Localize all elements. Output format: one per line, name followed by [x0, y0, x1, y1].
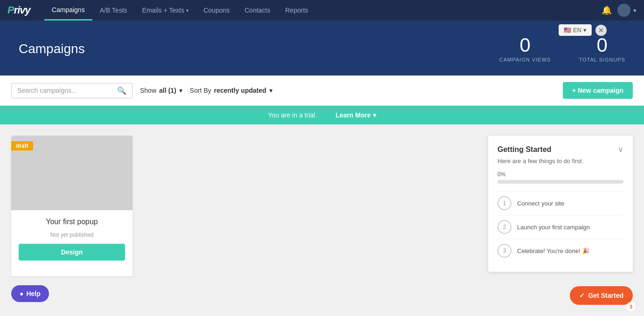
nav-coupons[interactable]: Coupons	[196, 0, 237, 21]
search-box[interactable]: 🔍	[11, 83, 133, 98]
panel-header: Getting Started ∨	[497, 145, 623, 154]
checklist-item-2: 2 Launch your first campaign	[497, 215, 623, 239]
learn-more-arrow: ▾	[373, 111, 376, 119]
campaign-info: Your first popup Not yet published Desig…	[11, 210, 133, 268]
progress-label: 0%	[497, 171, 623, 178]
bell-icon[interactable]: 🔔	[602, 5, 612, 15]
show-value: all (1)	[159, 87, 176, 94]
user-dropdown-arrow: ▾	[633, 7, 637, 14]
campaign-views-number: 0	[499, 35, 551, 55]
sort-filter[interactable]: Sort By recently updated ▾	[190, 87, 273, 94]
design-button[interactable]: Design	[19, 244, 125, 261]
avatar	[617, 4, 630, 17]
emails-dropdown-arrow: ▾	[186, 8, 189, 13]
nav-ab-tests[interactable]: A/B Tests	[92, 0, 135, 21]
show-label: Show	[140, 87, 156, 94]
close-lang-button[interactable]: ✕	[595, 25, 607, 36]
checklist-item-1: 1 Connect your site	[497, 191, 623, 215]
total-signups-stat: 0 TOTAL SIGNUPS	[579, 35, 625, 62]
nav-contacts[interactable]: Contacts	[237, 0, 278, 21]
campaign-views-stat: 0 CAMPAIGN VIEWS	[499, 35, 551, 62]
step-1-label: Connect your site	[517, 200, 564, 207]
logo[interactable]: Privy	[7, 4, 30, 16]
nav-reports[interactable]: Reports	[278, 0, 315, 21]
trial-text: You are in a trial.	[268, 111, 317, 119]
nav-campaigns[interactable]: Campaigns	[44, 0, 92, 21]
sort-value: recently updated	[214, 87, 266, 94]
nav-emails-texts[interactable]: Emails + Texts ▾	[135, 0, 196, 21]
page-title: Campaigns	[19, 41, 499, 56]
navbar: Privy Campaigns A/B Tests Emails + Texts…	[0, 0, 644, 21]
progress-bar-background	[497, 180, 623, 184]
campaign-preview: draft	[11, 136, 133, 210]
user-menu[interactable]: ▾	[617, 4, 637, 17]
hero-banner: Campaigns 0 CAMPAIGN VIEWS 0 TOTAL SIGNU…	[0, 21, 644, 76]
search-icon: 🔍	[117, 86, 126, 95]
lang-arrow: ▾	[583, 27, 587, 34]
step-3-circle: 3	[497, 244, 511, 258]
lang-button[interactable]: 🇺🇸 EN ▾	[559, 24, 592, 36]
panel-chevron-icon[interactable]: ∨	[618, 145, 623, 154]
campaign-views-label: CAMPAIGN VIEWS	[499, 57, 551, 62]
help-button[interactable]: ● Help	[11, 285, 49, 302]
show-filter[interactable]: Show all (1) ▾	[140, 87, 182, 94]
step-2-label: Launch your first campaign	[517, 224, 590, 231]
show-dropdown-arrow: ▾	[179, 87, 182, 94]
getting-started-panel: Getting Started ∨ Here are a few things …	[488, 136, 633, 272]
toolbar: 🔍 Show all (1) ▾ Sort By recently update…	[0, 76, 644, 106]
checklist-item-3: 3 Celebrate! You're done! 🎉	[497, 239, 623, 262]
step-3-label: Celebrate! You're done! 🎉	[517, 247, 589, 254]
campaign-name: Your first popup	[19, 218, 125, 226]
new-campaign-button[interactable]: + New campaign	[563, 82, 633, 99]
learn-more-link[interactable]: Learn More ▾	[336, 111, 376, 119]
trial-banner: You are in a trial. Learn More ▾	[0, 106, 644, 124]
step-2-circle: 2	[497, 220, 511, 234]
draft-badge: draft	[11, 141, 33, 151]
total-signups-label: TOTAL SIGNUPS	[579, 57, 625, 62]
get-started-badge: 3	[626, 302, 636, 311]
hero-stats: 0 CAMPAIGN VIEWS 0 TOTAL SIGNUPS	[499, 35, 625, 62]
navbar-right: 🔔 ▾	[602, 4, 637, 17]
nav-links: Campaigns A/B Tests Emails + Texts ▾ Cou…	[44, 0, 602, 21]
total-signups-number: 0	[579, 35, 625, 55]
lang-flag: 🇺🇸	[564, 27, 571, 34]
sort-label: Sort By	[190, 87, 211, 94]
search-input[interactable]	[17, 87, 117, 94]
get-started-button[interactable]: ✓ Get Started	[570, 286, 633, 305]
main-content: draft Your first popup Not yet published…	[0, 124, 644, 288]
sort-dropdown-arrow: ▾	[269, 87, 273, 94]
help-icon: ●	[20, 290, 23, 297]
panel-subtitle: Here are a few things to do first.	[497, 158, 623, 165]
progress-section: 0%	[497, 171, 623, 184]
campaign-status: Not yet published	[19, 232, 125, 238]
get-started-check-icon: ✓	[579, 292, 585, 299]
step-1-circle: 1	[497, 196, 511, 210]
campaign-card: draft Your first popup Not yet published…	[11, 136, 133, 276]
lang-row: 🇺🇸 EN ▾ ✕	[559, 24, 607, 36]
panel-title: Getting Started	[497, 145, 552, 154]
lang-label: EN	[573, 27, 581, 34]
